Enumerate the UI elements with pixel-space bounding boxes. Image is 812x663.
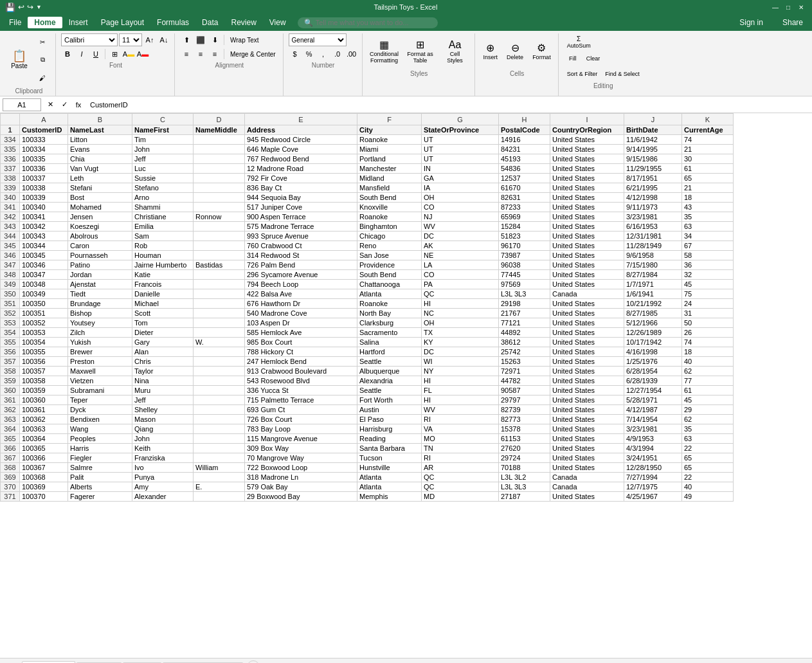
menu-home[interactable]: Home: [28, 17, 62, 28]
table-cell[interactable]: [194, 222, 245, 232]
table-cell[interactable]: Peoples: [68, 434, 132, 444]
table-cell[interactable]: LA: [422, 260, 499, 270]
table-cell[interactable]: United States: [550, 492, 624, 502]
table-cell[interactable]: Pournasseh: [68, 251, 132, 260]
table-cell[interactable]: 100334: [20, 145, 68, 154]
row-number[interactable]: 358: [1, 367, 20, 376]
sort-filter-btn[interactable]: Sort & Filter: [564, 67, 601, 81]
table-cell[interactable]: 985 Box Court: [245, 338, 357, 347]
table-cell[interactable]: [194, 241, 245, 251]
table-cell[interactable]: 12/27/1954: [624, 386, 682, 395]
table-cell[interactable]: 575 Madrone Terrace: [245, 222, 357, 232]
table-cell[interactable]: Chattanooga: [357, 280, 422, 289]
table-cell[interactable]: 67: [682, 241, 734, 251]
format-painter-btn[interactable]: 🖌: [33, 69, 51, 86]
table-cell[interactable]: 65: [682, 453, 734, 463]
table-cell[interactable]: 36: [682, 260, 734, 270]
table-cell[interactable]: Roanoke: [357, 135, 422, 145]
table-cell[interactable]: North Bay: [357, 309, 422, 318]
table-cell[interactable]: Punya: [132, 473, 194, 482]
table-cell[interactable]: 100369: [20, 482, 68, 492]
table-cell[interactable]: United States: [550, 444, 624, 453]
table-cell[interactable]: Salina: [357, 338, 422, 347]
table-cell[interactable]: 54836: [499, 164, 550, 174]
table-cell[interactable]: 29: [682, 405, 734, 415]
table-cell[interactable]: 12537: [499, 174, 550, 183]
row-number[interactable]: 342: [1, 212, 20, 222]
row-number[interactable]: 367: [1, 453, 20, 463]
table-cell[interactable]: United States: [550, 347, 624, 357]
table-cell[interactable]: Sussie: [132, 174, 194, 183]
table-cell[interactable]: 100337: [20, 174, 68, 183]
table-cell[interactable]: Bastidas: [194, 260, 245, 270]
table-cell[interactable]: United States: [550, 260, 624, 270]
header-cell-customerid[interactable]: CustomerID: [20, 125, 68, 135]
row-number[interactable]: 368: [1, 463, 20, 473]
table-cell[interactable]: [194, 135, 245, 145]
fill-color-btn[interactable]: A▬: [122, 48, 135, 60]
clear-btn[interactable]: Clear: [583, 51, 604, 66]
table-cell[interactable]: Preston: [68, 357, 132, 367]
percent-btn[interactable]: %: [303, 48, 316, 60]
table-cell[interactable]: 115 Mangrove Avenue: [245, 434, 357, 444]
table-cell[interactable]: 540 Madrone Cove: [245, 309, 357, 318]
table-cell[interactable]: Ajenstat: [68, 280, 132, 289]
table-cell[interactable]: 309 Box Way: [245, 444, 357, 453]
align-center-btn[interactable]: ≡: [194, 48, 207, 60]
table-cell[interactable]: Caron: [68, 241, 132, 251]
decrease-font-btn[interactable]: A↓: [158, 33, 170, 46]
table-cell[interactable]: United States: [550, 318, 624, 328]
row-number[interactable]: 343: [1, 222, 20, 232]
table-cell[interactable]: [194, 193, 245, 203]
table-cell[interactable]: 25742: [499, 347, 550, 357]
sign-in-btn[interactable]: Sign in: [733, 17, 770, 28]
table-cell[interactable]: United States: [550, 376, 624, 386]
table-cell[interactable]: Jordan: [68, 270, 132, 280]
table-cell[interactable]: United States: [550, 164, 624, 174]
table-cell[interactable]: Palit: [68, 473, 132, 482]
table-cell[interactable]: WV: [422, 405, 499, 415]
row-number[interactable]: 362: [1, 405, 20, 415]
col-header-F[interactable]: F: [357, 114, 422, 125]
decrease-decimal-btn[interactable]: .00: [345, 48, 358, 60]
merge-center-btn[interactable]: Merge & Center: [227, 48, 279, 60]
table-cell[interactable]: 29797: [499, 395, 550, 405]
table-cell[interactable]: L3L 3L2: [499, 473, 550, 482]
table-cell[interactable]: Chia: [68, 154, 132, 164]
table-cell[interactable]: 100364: [20, 434, 68, 444]
table-cell[interactable]: 43: [682, 203, 734, 212]
col-header-C[interactable]: C: [132, 114, 194, 125]
table-cell[interactable]: 82773: [499, 415, 550, 424]
table-cell[interactable]: Alexander: [132, 492, 194, 502]
table-cell[interactable]: Bishop: [68, 309, 132, 318]
share-btn[interactable]: Share: [776, 17, 809, 28]
table-cell[interactable]: 65: [682, 463, 734, 473]
delete-btn[interactable]: ⊖ Delete: [503, 33, 527, 69]
table-cell[interactable]: 11/29/1955: [624, 164, 682, 174]
table-cell[interactable]: 63: [682, 434, 734, 444]
table-cell[interactable]: 9/14/1995: [624, 145, 682, 154]
table-cell[interactable]: 22: [682, 444, 734, 453]
table-cell[interactable]: Roanoke: [357, 212, 422, 222]
table-cell[interactable]: KY: [422, 338, 499, 347]
table-cell[interactable]: South Bend: [357, 270, 422, 280]
table-cell[interactable]: 100341: [20, 212, 68, 222]
table-cell[interactable]: [194, 473, 245, 482]
col-header-J[interactable]: J: [624, 114, 682, 125]
table-cell[interactable]: Roanoke: [357, 299, 422, 309]
col-header-B[interactable]: B: [68, 114, 132, 125]
table-cell[interactable]: [194, 328, 245, 338]
row-number[interactable]: 365: [1, 434, 20, 444]
menu-insert[interactable]: Insert: [62, 17, 95, 28]
table-cell[interactable]: 543 Rosewood Blvd: [245, 376, 357, 386]
table-cell[interactable]: OH: [422, 318, 499, 328]
table-cell[interactable]: Franziska: [132, 453, 194, 463]
row-number[interactable]: 338: [1, 174, 20, 183]
table-cell[interactable]: 945 Redwood Circle: [245, 135, 357, 145]
table-cell[interactable]: Jensen: [68, 212, 132, 222]
table-cell[interactable]: Jeff: [132, 154, 194, 164]
table-cell[interactable]: Reading: [357, 434, 422, 444]
table-cell[interactable]: Santa Barbara: [357, 444, 422, 453]
table-cell[interactable]: 726 Palm Bend: [245, 260, 357, 270]
row-number[interactable]: 348: [1, 270, 20, 280]
